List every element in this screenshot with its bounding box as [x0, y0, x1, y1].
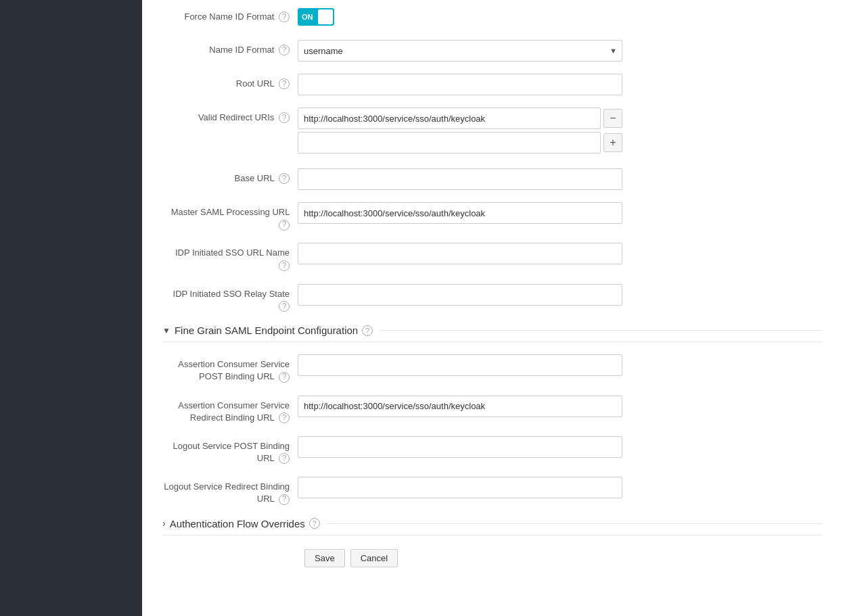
- force-name-id-format-help-icon[interactable]: ?: [279, 11, 290, 22]
- name-id-format-help-icon[interactable]: ?: [279, 45, 290, 55]
- assertion-redirect-label: Assertion Consumer Service Redirect Bind…: [162, 396, 298, 424]
- force-name-id-format-control: ON: [298, 7, 622, 28]
- logout-post-label: Logout Service POST Binding URL ?: [162, 436, 298, 465]
- logout-redirect-label: Logout Service Redirect Binding URL ?: [162, 477, 298, 505]
- remove-redirect-uri-button[interactable]: −: [603, 109, 622, 128]
- fine-grain-divider: [380, 330, 823, 331]
- assertion-post-input[interactable]: [298, 354, 622, 376]
- redirect-uri-input-1[interactable]: [298, 108, 601, 129]
- redirect-uri-input-2[interactable]: [298, 132, 601, 153]
- base-url-help-icon[interactable]: ?: [279, 173, 290, 184]
- name-id-format-select-wrap: username email transient persistent unsp…: [298, 40, 622, 62]
- assertion-redirect-input[interactable]: [298, 396, 622, 417]
- idp-sso-url-name-row: IDP Initiated SSO URL Name ?: [162, 243, 823, 271]
- root-url-control: [298, 74, 622, 95]
- assertion-post-label: Assertion Consumer Service POST Binding …: [162, 354, 298, 383]
- name-id-format-select[interactable]: username email transient persistent unsp…: [298, 40, 622, 62]
- logout-post-help-icon[interactable]: ?: [279, 453, 290, 464]
- toggle-thumb: [318, 9, 333, 24]
- add-redirect-uri-button[interactable]: +: [603, 133, 622, 152]
- fine-grain-help-icon[interactable]: ?: [362, 325, 373, 336]
- idp-sso-url-name-label: IDP Initiated SSO URL Name ?: [162, 243, 298, 271]
- assertion-redirect-help-icon[interactable]: ?: [279, 412, 290, 423]
- auth-flow-help-icon[interactable]: ?: [309, 518, 320, 529]
- assertion-redirect-control: [298, 396, 622, 417]
- cancel-button[interactable]: Cancel: [350, 549, 398, 567]
- master-saml-row: Master SAML Processing URL ?: [162, 202, 823, 231]
- form-actions: Save Cancel: [304, 549, 823, 567]
- idp-sso-relay-input[interactable]: [298, 284, 622, 306]
- logout-post-control: [298, 436, 622, 458]
- idp-sso-relay-label: IDP Initiated SSO Relay State ?: [162, 284, 298, 312]
- toggle-on-label: ON: [302, 13, 313, 21]
- logout-redirect-help-icon[interactable]: ?: [279, 494, 290, 505]
- force-name-id-format-row: Force Name ID Format ? ON: [162, 7, 823, 28]
- base-url-control: [298, 168, 622, 190]
- master-saml-label: Master SAML Processing URL ?: [162, 202, 298, 231]
- auth-flow-section-title: Authentication Flow Overrides: [170, 518, 305, 529]
- auth-flow-chevron-icon[interactable]: ›: [162, 518, 166, 529]
- toggle-track: ON: [298, 8, 334, 26]
- idp-sso-relay-row: IDP Initiated SSO Relay State ?: [162, 284, 823, 312]
- idp-sso-relay-help-icon[interactable]: ?: [279, 301, 290, 312]
- logout-post-row: Logout Service POST Binding URL ?: [162, 436, 823, 465]
- idp-sso-url-name-help-icon[interactable]: ?: [279, 260, 290, 271]
- name-id-format-row: Name ID Format ? username email transien…: [162, 40, 823, 62]
- assertion-post-row: Assertion Consumer Service POST Binding …: [162, 354, 823, 383]
- name-id-format-label: Name ID Format ?: [162, 40, 298, 56]
- redirect-uri-row-1: −: [298, 108, 622, 129]
- master-saml-control: [298, 202, 622, 224]
- logout-redirect-control: [298, 477, 622, 498]
- fine-grain-chevron-icon[interactable]: ▼: [162, 326, 170, 335]
- auth-flow-section-header: › Authentication Flow Overrides ?: [162, 518, 823, 536]
- valid-redirect-uris-row: Valid Redirect URIs ? − +: [162, 108, 823, 156]
- auth-flow-divider: [327, 523, 823, 524]
- base-url-input[interactable]: [298, 168, 622, 190]
- save-button[interactable]: Save: [304, 549, 345, 567]
- force-name-id-format-toggle[interactable]: ON: [298, 8, 334, 26]
- name-id-format-control: username email transient persistent unsp…: [298, 40, 622, 62]
- base-url-label: Base URL ?: [162, 168, 298, 185]
- main-content: Force Name ID Format ? ON Name ID Format…: [142, 0, 843, 616]
- master-saml-help-icon[interactable]: ?: [279, 220, 290, 231]
- valid-redirect-uris-label: Valid Redirect URIs ?: [162, 108, 298, 124]
- redirect-uri-row-2: +: [298, 132, 622, 153]
- idp-sso-url-name-input[interactable]: [298, 243, 622, 264]
- fine-grain-section-title: Fine Grain SAML Endpoint Configuration: [175, 325, 358, 336]
- fine-grain-section-header: ▼ Fine Grain SAML Endpoint Configuration…: [162, 325, 823, 342]
- valid-redirect-uris-help-icon[interactable]: ?: [279, 112, 290, 123]
- assertion-post-control: [298, 354, 622, 376]
- idp-sso-relay-control: [298, 284, 622, 306]
- assertion-redirect-row: Assertion Consumer Service Redirect Bind…: [162, 396, 823, 424]
- force-name-id-format-label: Force Name ID Format ?: [162, 7, 298, 23]
- sidebar: [0, 0, 142, 616]
- logout-redirect-input[interactable]: [298, 477, 622, 498]
- base-url-row: Base URL ?: [162, 168, 823, 190]
- root-url-label: Root URL ?: [162, 74, 298, 90]
- root-url-row: Root URL ?: [162, 74, 823, 95]
- idp-sso-url-name-control: [298, 243, 622, 264]
- root-url-help-icon[interactable]: ?: [279, 78, 290, 89]
- valid-redirect-uris-control: − +: [298, 108, 622, 156]
- logout-post-input[interactable]: [298, 436, 622, 458]
- assertion-post-help-icon[interactable]: ?: [279, 372, 290, 383]
- master-saml-input[interactable]: [298, 202, 622, 224]
- logout-redirect-row: Logout Service Redirect Binding URL ?: [162, 477, 823, 505]
- root-url-input[interactable]: [298, 74, 622, 95]
